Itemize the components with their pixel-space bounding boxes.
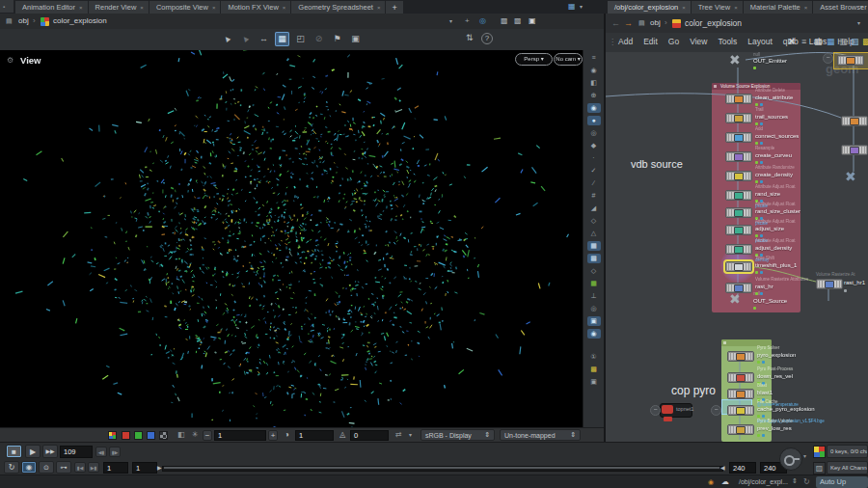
select-tool-icon[interactable]: ▲ — [217, 29, 237, 49]
channel-editor-icon[interactable]: ▨ — [813, 462, 826, 474]
vp-tool-icon-10[interactable]: ∕ — [587, 178, 601, 188]
vp-tool-icon-1[interactable]: ◉ — [587, 66, 601, 75]
vp-tool-icon-2[interactable]: ◧ — [587, 78, 601, 88]
colorspace-select[interactable]: sRGB - Display⇕ — [420, 429, 495, 441]
grid-pale-icon[interactable]: ▥ — [839, 37, 848, 46]
range-slider[interactable]: ▶ ◀ — [162, 466, 723, 472]
render-flag-icon[interactable]: ⚑ — [330, 32, 344, 46]
path-caret-icon[interactable]: ▾ — [857, 19, 860, 26]
stop-button[interactable]: ■ — [6, 445, 22, 458]
close-tab-icon[interactable]: × — [734, 5, 738, 11]
tab-motion-fx-view[interactable]: Motion FX View× — [221, 1, 290, 14]
breadcrumb-node[interactable]: color_explosion — [685, 18, 742, 28]
node-blast1[interactable] — [727, 389, 754, 399]
vp-tool-icon-20[interactable]: ◎ — [587, 304, 601, 313]
message-log-icon[interactable]: ◉ — [708, 478, 714, 486]
tab-material-palette[interactable]: Material Palette× — [744, 1, 813, 14]
collapse-badge-icon[interactable]: − — [823, 53, 833, 64]
snapshot-b-icon[interactable]: ▩ — [514, 16, 522, 25]
range-start-button[interactable]: ▮◀ — [74, 462, 86, 473]
range-start-field[interactable]: 1 — [103, 462, 128, 474]
scene-viewport[interactable]: ⚙ View Persp ▾ No cam ▾ — [0, 50, 583, 427]
auto-update-button[interactable]: Auto Up — [816, 476, 868, 488]
display-flag[interactable] — [753, 307, 756, 310]
spinner-icon[interactable]: ⇕ — [792, 477, 798, 485]
tonemap-select[interactable]: Un-tone-mapped⇕ — [500, 429, 581, 441]
contrast-field[interactable]: 1 — [295, 430, 334, 441]
range-end-field[interactable]: 240 — [729, 462, 756, 474]
breadcrumb-node[interactable]: color_explosion — [53, 16, 107, 25]
menu-edit[interactable]: Edit — [642, 37, 659, 46]
play-button[interactable]: ▶ — [25, 445, 41, 458]
camera-button[interactable]: No cam ▾ — [554, 53, 583, 66]
null-node-out-emitter[interactable]: ✖ — [729, 53, 741, 67]
collapse-badge-icon[interactable]: − — [650, 405, 661, 416]
key-button[interactable] — [779, 447, 802, 471]
alpha-checker-swatch[interactable] — [159, 431, 168, 440]
sticky-note-icon[interactable]: ▩ — [862, 37, 868, 46]
vp-tool-icon-12[interactable]: ◢ — [587, 203, 601, 213]
node-rast-hr1[interactable] — [816, 279, 843, 289]
snap-grid-icon[interactable]: ▦ — [275, 32, 289, 46]
green-channel-swatch[interactable] — [134, 431, 143, 440]
node-create-density[interactable] — [725, 171, 752, 181]
current-frame-field[interactable]: 109 — [60, 446, 93, 458]
vp-tool-icon-26[interactable]: ▣ — [587, 377, 601, 387]
vp-tool-icon-4[interactable]: ◉ — [587, 103, 601, 113]
snapshot-a-icon[interactable]: ▩ — [501, 16, 508, 25]
tree-list-icon[interactable]: ≡ — [801, 37, 806, 46]
vp-tool-icon-16[interactable]: ▩ — [587, 254, 601, 263]
collapse-badge-icon[interactable]: − — [711, 405, 721, 416]
node-trail-sources[interactable] — [725, 113, 752, 123]
blue-channel-swatch[interactable] — [147, 431, 155, 440]
range-handle-left[interactable]: ▶ — [157, 464, 162, 471]
exposure-minus-button[interactable]: − — [203, 430, 212, 441]
grid-color-icon[interactable]: ▦ — [827, 37, 835, 46]
node-rand-size[interactable] — [725, 190, 752, 201]
menu-view[interactable]: View — [689, 37, 708, 46]
tab-tree-view[interactable]: Tree View× — [692, 1, 743, 14]
vp-tool-icon-7[interactable]: ◆ — [587, 141, 601, 150]
node-clean-attribute[interactable] — [725, 94, 752, 104]
grid-shade-icon[interactable]: ▨ — [851, 37, 859, 46]
node-edge-mid1[interactable] — [841, 116, 868, 126]
exposure-field[interactable]: 1 — [214, 430, 266, 441]
vp-tool-icon-11[interactable]: # — [587, 191, 601, 201]
pin-icon[interactable]: + — [465, 16, 470, 25]
network-editor[interactable]: Volume Source Explosion ✖ null OUT_Emitt… — [606, 52, 868, 442]
no-tool-icon[interactable]: ⊘ — [312, 32, 326, 46]
node-topnet1[interactable]: topnet1 — [660, 403, 692, 418]
breadcrumb-caret-icon[interactable]: ▾ — [449, 17, 452, 24]
close-tab-icon[interactable]: × — [140, 5, 144, 11]
vp-tool-icon-13[interactable]: ◇ — [587, 216, 601, 226]
gamma-field[interactable]: 0 — [350, 430, 389, 441]
tab-geometry-spreadsheet[interactable]: Geometry Spreadsheet× — [291, 1, 385, 14]
node-edge-top[interactable] — [837, 55, 864, 66]
vp-tool-icon-17[interactable]: ◇ — [587, 266, 601, 276]
network-folder-icon[interactable]: ▤ — [638, 19, 645, 27]
view-gear-icon[interactable]: ⚙ — [7, 56, 14, 65]
nav-forward-icon[interactable]: → — [624, 18, 633, 28]
vp-tool-icon-21[interactable]: ▣ — [587, 316, 601, 326]
range-end-button[interactable]: ▶▮ — [88, 462, 99, 473]
realtime-toggle-button[interactable]: ◉ — [21, 461, 37, 474]
menu-layout[interactable]: Layout — [746, 37, 773, 46]
refresh-icon[interactable]: ↻ — [803, 477, 810, 486]
menu-go[interactable]: Go — [667, 37, 680, 46]
channel-scope-icon[interactable] — [813, 446, 826, 458]
node-rast-hr[interactable] — [725, 283, 752, 293]
vp-tool-icon-6[interactable]: ◎ — [587, 128, 601, 138]
keys-summary-button[interactable]: 0 keys, 0/0 chan — [827, 445, 868, 458]
node-rand-size-cluster[interactable] — [725, 207, 752, 218]
close-tab-icon[interactable]: × — [212, 5, 216, 11]
fast-forward-button[interactable]: ▶▶ — [42, 445, 58, 458]
node-prev-low-res[interactable] — [727, 424, 754, 435]
all-channels-swatch[interactable] — [108, 431, 117, 440]
vp-tool-icon-14[interactable]: △ — [587, 229, 601, 238]
help-icon[interactable]: ? — [481, 33, 493, 44]
node-pyro-explosion[interactable] — [727, 351, 754, 362]
link-mode-icon[interactable]: ◎ — [479, 16, 486, 25]
cook-status-icon[interactable]: ☁ — [721, 477, 729, 486]
bypass-flag[interactable] — [844, 289, 847, 292]
node-adjust-size[interactable] — [725, 225, 752, 235]
